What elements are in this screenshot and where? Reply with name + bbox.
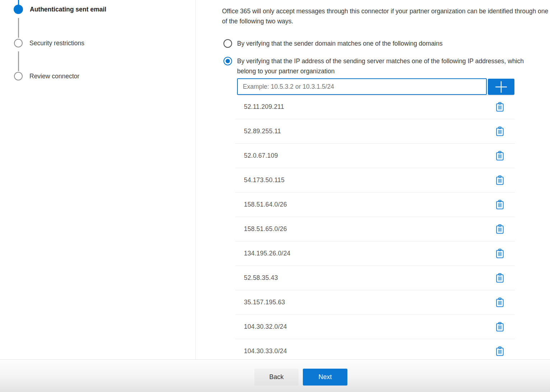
step-label: Authenticating sent email	[30, 6, 106, 13]
ip-row: 52.11.209.211	[235, 95, 515, 119]
option-label: By verifying that the IP address of the …	[237, 56, 535, 76]
trash-icon	[496, 322, 504, 332]
wizard-stepper: Authenticating sent email Security restr…	[0, 0, 196, 359]
delete-ip-button[interactable]	[495, 175, 505, 186]
ip-row: 134.195.26.0/24	[235, 241, 515, 266]
delete-ip-button[interactable]	[495, 248, 505, 259]
step-label: Review connector	[29, 73, 79, 80]
radio-unselected-icon[interactable]	[223, 39, 232, 48]
delete-ip-button[interactable]	[495, 297, 505, 308]
ip-row: 158.51.64.0/26	[235, 193, 515, 217]
delete-ip-button[interactable]	[495, 199, 505, 210]
wizard-footer: Back Next	[0, 359, 550, 392]
step-label: Security restrictions	[29, 40, 84, 47]
ip-row: 158.51.65.0/26	[235, 217, 515, 241]
ip-address-value: 158.51.64.0/26	[244, 201, 287, 208]
option-label: By verifying that the sender domain matc…	[237, 38, 443, 49]
step-review-connector[interactable]: Review connector	[14, 72, 79, 80]
stepper-connector	[18, 51, 19, 71]
add-ip-button[interactable]	[488, 79, 514, 95]
delete-ip-button[interactable]	[495, 321, 505, 332]
ip-address-value: 52.58.35.43	[244, 274, 278, 282]
ip-row: 52.0.67.109	[235, 144, 515, 168]
step-upcoming-dot-icon	[14, 39, 23, 47]
delete-ip-button[interactable]	[495, 150, 505, 161]
trash-icon	[496, 200, 504, 209]
ip-row: 54.173.50.115	[235, 168, 515, 193]
stepper-connector-previous	[18, 0, 19, 5]
step-security-restrictions[interactable]: Security restrictions	[14, 39, 84, 47]
trash-icon	[496, 249, 504, 258]
delete-ip-button[interactable]	[495, 126, 505, 137]
ip-address-value: 104.30.33.0/24	[244, 347, 287, 355]
ip-address-value: 134.195.26.0/24	[244, 250, 291, 257]
ip-address-value: 52.11.209.211	[244, 103, 284, 111]
step-authenticating-sent-email[interactable]: Authenticating sent email	[14, 5, 106, 14]
stepper-connector	[18, 18, 19, 38]
ip-row: 52.89.255.11	[235, 119, 515, 144]
ip-row: 52.58.35.43	[235, 266, 515, 290]
radio-selected-icon[interactable]	[223, 57, 232, 65]
step-content: Office 365 will only accept messages thr…	[196, 0, 550, 359]
ip-address-value: 158.51.65.0/26	[244, 225, 287, 233]
ip-row: 104.30.33.0/24	[235, 339, 515, 359]
step-upcoming-dot-icon	[14, 72, 23, 80]
step-description: Office 365 will only accept messages thr…	[222, 6, 549, 26]
ip-row: 35.157.195.63	[235, 290, 515, 315]
plus-icon	[494, 80, 508, 94]
delete-ip-button[interactable]	[495, 101, 505, 112]
trash-icon	[496, 224, 504, 234]
option-verify-ip-address[interactable]: By verifying that the IP address of the …	[222, 56, 549, 76]
ip-row: 104.30.32.0/24	[235, 315, 515, 339]
back-button[interactable]: Back	[254, 369, 299, 386]
ip-address-value: 54.173.50.115	[244, 176, 285, 184]
ip-address-value: 104.30.32.0/24	[244, 323, 287, 331]
option-verify-sender-domain[interactable]: By verifying that the sender domain matc…	[222, 38, 549, 49]
trash-icon	[496, 175, 504, 185]
trash-icon	[496, 346, 504, 356]
trash-icon	[496, 126, 504, 136]
delete-ip-button[interactable]	[495, 272, 505, 283]
wizard-page: Authenticating sent email Security restr…	[0, 0, 550, 359]
ip-address-value: 52.0.67.109	[244, 152, 278, 160]
ip-address-value: 52.89.255.11	[244, 128, 281, 135]
trash-icon	[496, 102, 504, 112]
ip-input-row	[237, 78, 514, 95]
delete-ip-button[interactable]	[495, 346, 505, 357]
ip-address-value: 35.157.195.63	[244, 299, 285, 306]
next-button[interactable]: Next	[303, 369, 347, 386]
step-current-dot-icon	[14, 5, 23, 14]
trash-icon	[496, 298, 504, 307]
ip-address-input[interactable]	[237, 78, 487, 95]
delete-ip-button[interactable]	[495, 223, 505, 235]
trash-icon	[496, 273, 504, 283]
ip-address-list: 52.11.209.211 52.89.255.11 52.0.67.109	[235, 95, 515, 359]
trash-icon	[496, 151, 504, 161]
